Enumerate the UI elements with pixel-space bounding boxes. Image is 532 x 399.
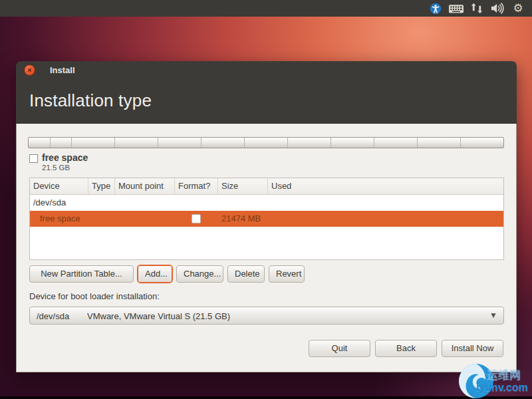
legend-size: 21.5 GB bbox=[42, 164, 70, 172]
column-header-used[interactable]: Used bbox=[268, 178, 503, 194]
table-row-dev-sda[interactable]: /dev/sda bbox=[30, 195, 503, 211]
accessibility-icon[interactable] bbox=[428, 3, 443, 15]
column-header-type[interactable]: Type bbox=[88, 178, 115, 194]
size-cell: 21474 MB bbox=[221, 213, 261, 223]
window-body: free space 21.5 GB Device Type Mount poi… bbox=[16, 124, 517, 372]
close-icon[interactable]: × bbox=[24, 65, 35, 76]
column-header-device[interactable]: Device bbox=[30, 178, 88, 194]
table-header: Device Type Mount point Format? Size Use… bbox=[30, 178, 503, 195]
column-header-format[interactable]: Format? bbox=[175, 178, 218, 194]
format-checkbox[interactable] bbox=[192, 214, 201, 223]
session-gear-icon[interactable]: ⚙ bbox=[511, 3, 525, 15]
add-button[interactable]: Add... bbox=[138, 265, 172, 283]
table-row-free-space[interactable]: free space 21474 MB bbox=[30, 211, 503, 227]
install-now-button[interactable]: Install Now bbox=[442, 340, 503, 357]
install-window: × Install Installation type free space 2… bbox=[16, 61, 517, 372]
selected-device-description: VMware, VMware Virtual S (21.5 GB) bbox=[87, 311, 230, 321]
device-cell: free space bbox=[40, 213, 80, 223]
top-panel: ⚙ bbox=[0, 0, 532, 17]
keyboard-icon[interactable] bbox=[449, 3, 464, 15]
column-header-mount-point[interactable]: Mount point bbox=[115, 178, 175, 194]
chevron-down-icon: ▼ bbox=[489, 311, 497, 320]
page-title: Installation type bbox=[29, 90, 152, 111]
device-cell: /dev/sda bbox=[33, 198, 66, 207]
volume-icon[interactable] bbox=[490, 3, 505, 15]
partition-usage-bar bbox=[28, 137, 504, 148]
titlebar[interactable]: × Install bbox=[16, 61, 517, 78]
window-title: Install bbox=[50, 65, 75, 75]
desktop: ⚙ × Install Installation type free space… bbox=[0, 0, 532, 399]
back-button[interactable]: Back bbox=[375, 340, 437, 357]
dialog-actions: Quit Back Install Now bbox=[309, 340, 503, 357]
partition-actions: New Partition Table... Add... Change... … bbox=[29, 265, 305, 283]
bootloader-device-select[interactable]: /dev/sda VMware, VMware Virtual S (21.5 … bbox=[29, 307, 504, 325]
selected-device: /dev/sda bbox=[37, 311, 69, 321]
column-header-size[interactable]: Size bbox=[218, 178, 268, 194]
screen-bottom-edge bbox=[0, 396, 532, 399]
delete-button[interactable]: Delete bbox=[227, 265, 265, 283]
free-space-swatch[interactable] bbox=[29, 154, 38, 163]
network-arrows-icon[interactable] bbox=[469, 3, 484, 15]
new-partition-table-button[interactable]: New Partition Table... bbox=[29, 265, 134, 283]
window-header: × Install Installation type bbox=[16, 61, 517, 124]
partition-table: Device Type Mount point Format? Size Use… bbox=[29, 178, 504, 260]
revert-button[interactable]: Revert bbox=[269, 265, 305, 283]
change-button[interactable]: Change... bbox=[176, 265, 223, 283]
bootloader-label: Device for boot loader installation: bbox=[29, 291, 160, 301]
quit-button[interactable]: Quit bbox=[309, 340, 370, 357]
legend-label: free space bbox=[42, 152, 88, 163]
